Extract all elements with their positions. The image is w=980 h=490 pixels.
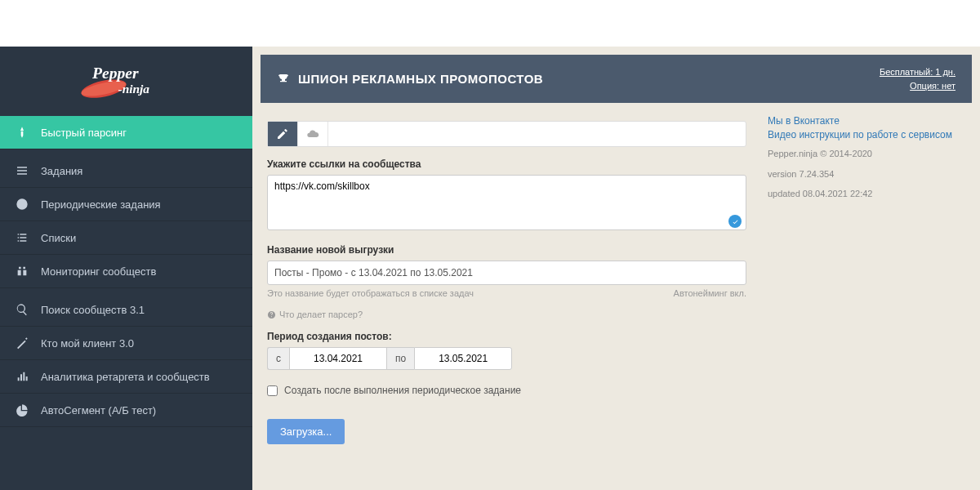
form-panel: Укажите ссылки на сообщества Название но… — [261, 111, 753, 482]
periodic-task-checkbox[interactable] — [267, 385, 278, 396]
svg-text:Pepper: Pepper — [91, 65, 139, 82]
updated-text: updated 08.04.2021 22:42 — [768, 187, 964, 201]
sidebar-item-monitoring[interactable]: Мониторинг сообществ — [0, 255, 252, 288]
main-area: ШПИОН РЕКЛАМНЫХ ПРОМОПОСТОВ Бесплатный: … — [252, 47, 980, 490]
periodic-task-label: Создать после выполнения периодическое з… — [284, 385, 521, 396]
vk-link[interactable]: Мы в Вконтакте — [768, 115, 964, 127]
sidebar: Pepper -ninja Быстрый парсинг Задания — [0, 47, 252, 490]
top-blank-area — [0, 0, 980, 47]
rocket-icon — [15, 125, 29, 140]
clock-icon — [15, 197, 29, 212]
sidebar-item-label: АвтоСегмент (А/Б тест) — [41, 404, 156, 416]
sidebar-item-label: Списки — [41, 232, 76, 244]
binoculars-icon — [15, 264, 29, 278]
version-text: version 7.24.354 — [768, 167, 964, 181]
name-hint-left: Это название будет отображаться в списке… — [267, 288, 474, 298]
export-name-input[interactable] — [267, 261, 746, 285]
sidebar-item-autosegment[interactable]: АвтоСегмент (А/Б тест) — [0, 394, 252, 427]
cloud-mode-tab[interactable] — [298, 122, 328, 146]
logo[interactable]: Pepper -ninja — [0, 47, 252, 116]
sidebar-item-quick-parsing[interactable]: Быстрый парсинг — [0, 116, 252, 149]
links-textarea[interactable] — [267, 175, 746, 230]
svg-text:-ninja: -ninja — [118, 82, 149, 96]
sidebar-item-label: Кто мой клиент 3.0 — [41, 337, 134, 350]
trophy-icon — [277, 73, 290, 86]
parser-help-link[interactable]: Что делает парсер? — [267, 310, 746, 319]
tariff-link[interactable]: Бесплатный: 1 дн. — [880, 65, 956, 79]
copyright-text: Pepper.ninja © 2014-2020 — [768, 147, 964, 161]
bars-icon — [15, 369, 29, 384]
sidebar-item-label: Быстрый парсинг — [41, 127, 127, 139]
periodic-task-checkbox-row[interactable]: Создать после выполнения периодическое з… — [267, 385, 746, 396]
validation-badge — [728, 215, 742, 228]
list-icon — [15, 163, 29, 178]
mode-tabs — [267, 121, 746, 147]
sidebar-item-periodic-tasks[interactable]: Периодические задания — [0, 188, 252, 221]
page-header: ШПИОН РЕКЛАМНЫХ ПРОМОПОСТОВ Бесплатный: … — [261, 55, 972, 103]
check-icon — [732, 218, 739, 225]
sidebar-item-analytics[interactable]: Аналитика ретаргета и сообществ — [0, 360, 252, 394]
sidebar-item-search-communities[interactable]: Поиск сообществ 3.1 — [0, 293, 252, 327]
edit-icon — [276, 127, 289, 140]
date-to-input[interactable] — [414, 347, 512, 370]
export-name-label: Название новой выгрузки — [267, 244, 746, 256]
pie-icon — [15, 403, 29, 417]
option-link[interactable]: Опция: нет — [880, 79, 956, 93]
bullets-icon — [15, 230, 29, 245]
sidebar-item-tasks[interactable]: Задания — [0, 154, 252, 188]
period-label: Период создания постов: — [267, 331, 746, 342]
date-from-input[interactable] — [289, 347, 387, 370]
date-from-prefix: с — [267, 347, 289, 370]
date-to-prefix: по — [387, 347, 414, 370]
sidebar-item-who-client[interactable]: Кто мой клиент 3.0 — [0, 327, 252, 360]
question-icon — [267, 310, 276, 319]
search-icon — [15, 302, 29, 317]
account-status: Бесплатный: 1 дн. Опция: нет — [880, 65, 956, 92]
sidebar-item-label: Мониторинг сообществ — [41, 265, 156, 278]
links-label: Укажите ссылки на сообщества — [267, 158, 746, 170]
sidebar-item-label: Аналитика ретаргета и сообществ — [41, 371, 210, 383]
autonaming-status[interactable]: Автонейминг вкл. — [674, 288, 746, 298]
page-title: ШПИОН РЕКЛАМНЫХ ПРОМОПОСТОВ — [277, 72, 543, 86]
sidebar-item-label: Периодические задания — [41, 198, 161, 211]
sidebar-item-label: Задания — [41, 165, 82, 177]
sidebar-item-label: Поиск сообществ 3.1 — [41, 304, 145, 316]
edit-mode-tab[interactable] — [268, 122, 298, 146]
sidebar-item-lists[interactable]: Списки — [0, 221, 252, 255]
cloud-icon — [306, 127, 319, 140]
video-link[interactable]: Видео инструкции по работе с сервисом — [768, 129, 964, 140]
info-sidebar: Мы в Вконтакте Видео инструкции по работ… — [768, 111, 972, 482]
submit-button[interactable]: Загрузка... — [267, 419, 345, 444]
wand-icon — [15, 336, 29, 350]
